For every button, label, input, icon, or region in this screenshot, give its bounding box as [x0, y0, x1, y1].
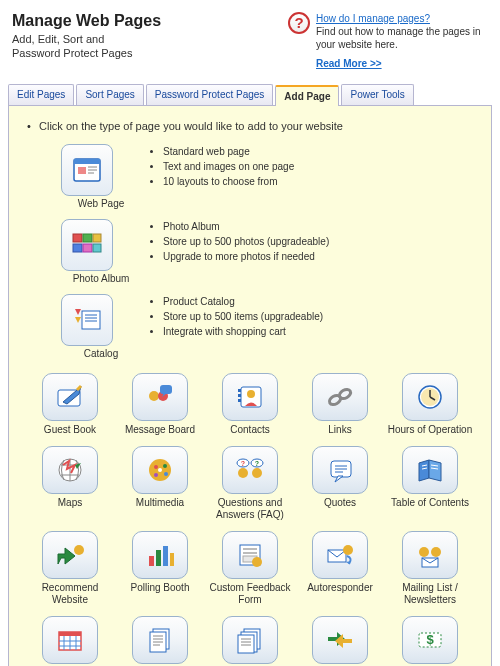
svg-point-33 — [154, 465, 158, 469]
featured-bullets: Standard web pageText and images on one … — [163, 144, 294, 189]
help-icon: ? — [288, 12, 310, 34]
page-type-label: Multimedia — [117, 497, 203, 509]
page-subtitle-1: Add, Edit, Sort and — [12, 32, 161, 46]
guest-book-icon[interactable] — [42, 373, 98, 421]
featured-label: Catalog — [61, 348, 141, 359]
calendar-icon[interactable] — [42, 616, 98, 664]
web-page-icon[interactable] — [61, 144, 113, 196]
featured-bullet: Photo Album — [163, 219, 329, 234]
svg-rect-11 — [93, 244, 101, 252]
svg-rect-22 — [238, 389, 241, 392]
svg-rect-68 — [59, 632, 81, 636]
featured-row-web-page: Web PageStandard web pageText and images… — [61, 144, 479, 209]
feedback-icon[interactable] — [222, 531, 278, 579]
toc-icon[interactable] — [402, 446, 458, 494]
page-type-label: Guest Book — [27, 424, 113, 436]
featured-label: Web Page — [61, 198, 141, 209]
tab-content: Click on the type of page you would like… — [8, 106, 492, 666]
quotes-icon[interactable] — [312, 446, 368, 494]
header-left: Manage Web Pages Add, Edit, Sort and Pas… — [12, 12, 161, 70]
tab-add-page[interactable]: Add Page — [275, 85, 339, 106]
featured-bullets: Product CatalogStore up to 500 items (up… — [163, 294, 323, 339]
svg-point-39 — [252, 468, 262, 478]
polling-icon[interactable] — [132, 531, 188, 579]
svg-rect-55 — [163, 546, 168, 566]
svg-point-52 — [74, 545, 84, 555]
coupons-icon[interactable]: $ — [402, 616, 458, 664]
svg-rect-53 — [149, 556, 154, 566]
svg-point-37 — [158, 468, 162, 472]
page-type-label: Questions and Answers (FAQ) — [207, 497, 293, 521]
tab-sort-pages[interactable]: Sort Pages — [76, 84, 143, 105]
featured-row-catalog: CatalogProduct CatalogStore up to 500 it… — [61, 294, 479, 359]
contacts-icon[interactable] — [222, 373, 278, 421]
svg-rect-19 — [160, 385, 172, 394]
multimedia-icon[interactable] — [132, 446, 188, 494]
page-type-label: Mailing List / Newsletters — [387, 582, 473, 606]
page-type-label: Table of Contents — [387, 497, 473, 509]
svg-rect-7 — [83, 234, 92, 242]
page-type-toc: Table of Contents — [387, 446, 473, 521]
page-type-links: Links — [297, 373, 383, 436]
help-text: How do I manage pages? Find out how to m… — [316, 12, 488, 70]
photo-album-icon[interactable] — [61, 219, 113, 271]
page-type-faq: ??Questions and Answers (FAQ) — [207, 446, 293, 521]
svg-rect-2 — [78, 167, 86, 174]
help-link[interactable]: How do I manage pages? — [316, 13, 430, 24]
featured-bullet: Integrate with shopping cart — [163, 324, 323, 339]
tab-bar: Edit PagesSort PagesPassword Protect Pag… — [8, 84, 492, 106]
catalog-icon[interactable] — [61, 294, 113, 346]
instruction-text: Click on the type of page you would like… — [39, 120, 479, 132]
page-type-articles: Articles — [117, 616, 203, 666]
page-type-contacts: Contacts — [207, 373, 293, 436]
faq-icon[interactable]: ?? — [222, 446, 278, 494]
svg-rect-9 — [73, 244, 82, 252]
hours-icon[interactable] — [402, 373, 458, 421]
help-description: Find out how to manage the pages in your… — [316, 26, 481, 50]
page-type-label: Hours of Operation — [387, 424, 473, 436]
page-type-label: Custom Feedback Form — [207, 582, 293, 606]
featured-bullets: Photo AlbumStore up to 500 photos (upgra… — [163, 219, 329, 264]
page-type-label: Polling Booth — [117, 582, 203, 594]
page-type-hours: Hours of Operation — [387, 373, 473, 436]
page-type-label: Message Board — [117, 424, 203, 436]
featured-bullet: Store up to 500 photos (upgradeable) — [163, 234, 329, 249]
featured-bullet: 10 layouts to choose from — [163, 174, 294, 189]
tab-password-protect-pages[interactable]: Password Protect Pages — [146, 84, 274, 105]
page-subtitle-2: Password Protect Pages — [12, 46, 161, 60]
svg-rect-10 — [83, 244, 92, 252]
page-type-label: Maps — [27, 497, 113, 509]
mailing-icon[interactable] — [402, 531, 458, 579]
svg-point-34 — [163, 464, 167, 468]
page-type-multimedia: Multimedia — [117, 446, 203, 521]
featured-bullet: Upgrade to more photos if needed — [163, 249, 329, 264]
svg-point-21 — [247, 390, 255, 398]
links-icon[interactable] — [312, 373, 368, 421]
page-type-label: Recommend Website — [27, 582, 113, 606]
svg-rect-59 — [243, 552, 257, 554]
page-type-label: Quotes — [297, 497, 383, 509]
featured-row-photo-album: Photo AlbumPhoto AlbumStore up to 500 ph… — [61, 219, 479, 284]
page-type-label: Contacts — [207, 424, 293, 436]
page-type-guest-book: Guest Book — [27, 373, 113, 436]
svg-rect-12 — [82, 311, 100, 329]
page-title: Manage Web Pages — [12, 12, 161, 30]
read-more-link[interactable]: Read More >> — [316, 57, 382, 70]
recommend-icon[interactable] — [42, 531, 98, 579]
svg-text:?: ? — [241, 460, 245, 467]
tab-edit-pages[interactable]: Edit Pages — [8, 84, 74, 105]
message-board-icon[interactable] — [132, 373, 188, 421]
page-type-recommend: Recommend Website — [27, 531, 113, 606]
autoresponder-icon[interactable] — [312, 531, 368, 579]
articles-icon[interactable] — [132, 616, 188, 664]
tab-power-tools[interactable]: Power Tools — [341, 84, 413, 105]
press-icon[interactable] — [222, 616, 278, 664]
svg-point-64 — [419, 547, 429, 557]
page-type-coupons: $Coupons — [387, 616, 473, 666]
svg-rect-82 — [238, 635, 254, 653]
svg-rect-54 — [156, 550, 161, 566]
maps-icon[interactable] — [42, 446, 98, 494]
redirect-icon[interactable] — [312, 616, 368, 664]
page-type-mailing: Mailing List / Newsletters — [387, 531, 473, 606]
svg-rect-58 — [243, 548, 257, 550]
